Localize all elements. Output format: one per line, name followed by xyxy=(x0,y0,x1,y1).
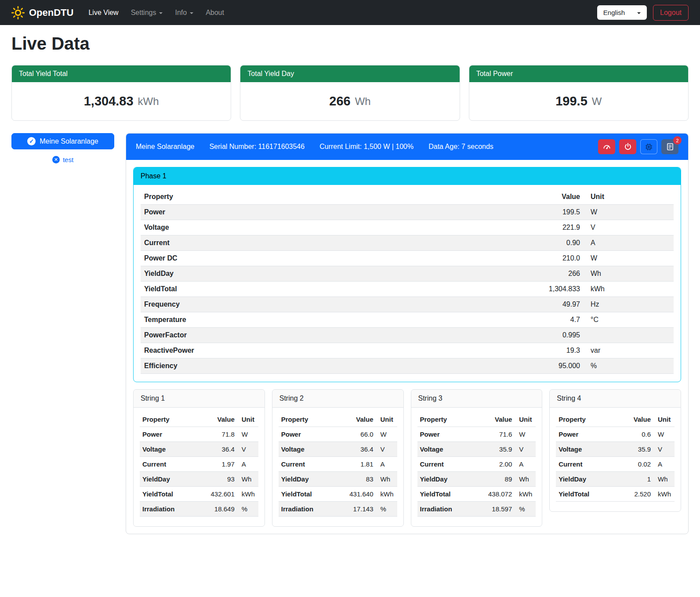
cell-property: YieldTotal xyxy=(141,282,518,297)
inverter-serial: Serial Number: 116171603546 xyxy=(209,143,305,151)
string-table: Property Value Unit Power71.6WVoltage35.… xyxy=(417,412,536,517)
inverter-panel-body: Phase 1 Property Value Unit Power199.5WV… xyxy=(126,160,688,534)
table-row: Irradiation17.143% xyxy=(279,502,397,517)
table-row: Current2.00A xyxy=(417,457,536,472)
cell-property: Voltage xyxy=(417,442,482,457)
summary-card-total-power: Total Power 199.5 W xyxy=(469,65,689,121)
column-header-value: Value xyxy=(204,412,237,427)
cell-unit: kWh xyxy=(584,282,674,297)
cell-property: Current xyxy=(141,235,518,251)
cell-property: Voltage xyxy=(556,442,620,457)
cell-value: 95.000 xyxy=(518,358,584,374)
column-header-property: Property xyxy=(279,412,343,427)
inverter-data-age: Data Age: 7 seconds xyxy=(428,143,493,151)
column-header-property: Property xyxy=(141,189,518,205)
brand-label: OpenDTU xyxy=(29,7,73,18)
table-row: Irradiation18.649% xyxy=(140,502,258,517)
cell-unit: kWh xyxy=(376,487,397,502)
cell-property: YieldTotal xyxy=(279,487,343,502)
sidebar-item-meine-solaranlage[interactable]: ✓ Meine Solaranlage xyxy=(11,133,114,149)
nav-item-about[interactable]: About xyxy=(199,5,230,20)
cell-property: Voltage xyxy=(279,442,343,457)
cell-property: YieldDay xyxy=(556,472,620,487)
nav-item-info[interactable]: Info xyxy=(169,5,199,20)
table-row: Power71.6W xyxy=(417,427,536,442)
string-card-4: String 4 Property Value Unit xyxy=(549,389,681,512)
cell-value: 2.520 xyxy=(620,487,653,502)
cell-unit: var xyxy=(584,343,674,358)
cell-unit: W xyxy=(584,205,674,220)
gauge-icon xyxy=(602,142,611,151)
cell-property: Power xyxy=(556,427,620,442)
cell-unit: W xyxy=(584,251,674,266)
table-row: YieldDay83Wh xyxy=(279,472,397,487)
cell-unit: Wh xyxy=(515,472,536,487)
logout-button[interactable]: Logout xyxy=(653,5,689,21)
power-button[interactable] xyxy=(619,139,636,154)
cell-property: YieldTotal xyxy=(417,487,482,502)
string-card-body: Property Value Unit Power66.0WVoltage36.… xyxy=(272,408,403,526)
table-header-row: Property Value Unit xyxy=(141,189,674,205)
table-row: YieldTotal2.520kWh xyxy=(556,487,675,502)
event-log-button[interactable]: 2 xyxy=(661,139,678,154)
cell-value: 17.143 xyxy=(343,502,376,517)
cell-property: Efficiency xyxy=(141,358,518,374)
page-container: Live Data Total Yield Total 1,304.83 kWh… xyxy=(0,34,700,549)
limit-settings-button[interactable] xyxy=(598,139,615,154)
cell-value: 1 xyxy=(620,472,653,487)
inverter-panel-header: Meine Solaranlage Serial Number: 1161716… xyxy=(126,134,688,160)
cell-property: YieldDay xyxy=(140,472,204,487)
language-select[interactable]: English xyxy=(597,5,647,20)
table-row: Current1.81A xyxy=(279,457,397,472)
event-count-badge: 2 xyxy=(673,136,682,145)
cell-property: YieldDay xyxy=(141,266,518,282)
string-table: Property Value Unit Power71.8WVoltage36.… xyxy=(140,412,258,517)
table-row: YieldTotal438.072kWh xyxy=(417,487,536,502)
column-header-unit: Unit xyxy=(515,412,536,427)
string-table: Property Value Unit Power0.6WVoltage35.9… xyxy=(556,412,675,502)
column-header-value: Value xyxy=(620,412,653,427)
chevron-down-icon xyxy=(190,12,193,14)
summary-card-value: 266 xyxy=(329,94,350,109)
column-header-value: Value xyxy=(343,412,376,427)
table-header-row: Property Value Unit xyxy=(279,412,397,427)
language-select-value: English xyxy=(603,9,625,16)
cell-property: Irradiation xyxy=(417,502,482,517)
sidebar-item-test[interactable]: ✕ test xyxy=(11,156,114,163)
table-row: Power66.0W xyxy=(279,427,397,442)
page-title: Live Data xyxy=(11,34,689,54)
cell-unit: A xyxy=(653,457,675,472)
table-row: Irradiation18.597% xyxy=(417,502,536,517)
column-header-property: Property xyxy=(556,412,620,427)
column-header-unit: Unit xyxy=(653,412,675,427)
cell-value: 0.90 xyxy=(518,235,584,251)
sun-icon xyxy=(11,6,25,19)
nav-item-label: Info xyxy=(175,9,187,17)
string-card-title: String 1 xyxy=(134,390,265,408)
cell-unit: V xyxy=(237,442,258,457)
cell-unit xyxy=(584,328,674,343)
cell-unit: V xyxy=(515,442,536,457)
cell-value: 0.02 xyxy=(620,457,653,472)
cell-unit: V xyxy=(653,442,675,457)
cell-value: 1,304.833 xyxy=(518,282,584,297)
cell-unit: Wh xyxy=(653,472,675,487)
string-card-3: String 3 Property Value Unit xyxy=(411,389,543,527)
cell-unit: % xyxy=(376,502,397,517)
nav-item-live-view[interactable]: Live View xyxy=(82,5,124,20)
column-header-value: Value xyxy=(481,412,515,427)
cell-unit: % xyxy=(237,502,258,517)
device-info-button[interactable] xyxy=(640,139,657,154)
string-card-title: String 2 xyxy=(272,390,403,408)
chip-icon xyxy=(645,143,653,151)
cell-value: 66.0 xyxy=(343,427,376,442)
x-circle-icon: ✕ xyxy=(52,156,60,163)
brand[interactable]: OpenDTU xyxy=(11,6,73,19)
string-card-title: String 3 xyxy=(411,390,542,408)
cell-unit: Wh xyxy=(584,266,674,282)
cell-value: 71.6 xyxy=(481,427,515,442)
table-row: Power0.6W xyxy=(556,427,675,442)
table-row: YieldDay1Wh xyxy=(556,472,675,487)
string-table: Property Value Unit Power66.0WVoltage36.… xyxy=(279,412,397,517)
nav-item-settings[interactable]: Settings xyxy=(125,5,169,20)
